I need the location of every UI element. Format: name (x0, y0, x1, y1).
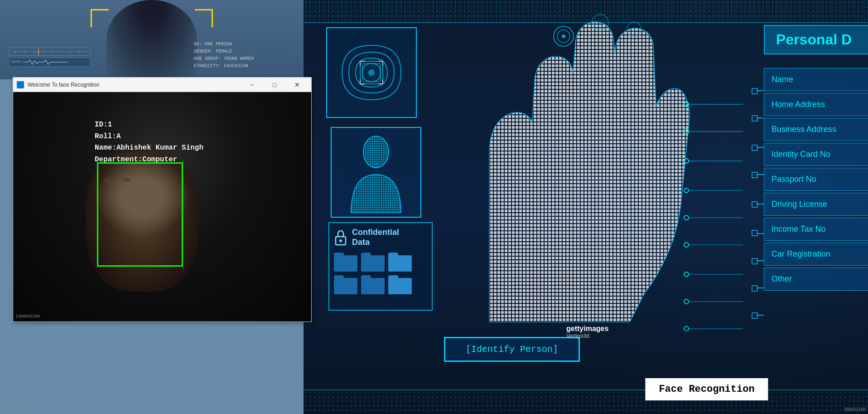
data-label: DATA (9, 58, 91, 67)
window-controls: − □ ✕ (241, 81, 308, 88)
person-silhouette-icon (340, 132, 412, 213)
getty-watermark: gettyimages Vertigo3d (566, 325, 608, 339)
left-panel: NO: ONE PERSON GENDER: FEMALE AGE GROUP:… (0, 0, 304, 414)
scan-age: AGE GROUP: YOUNG WOMEN (194, 55, 254, 63)
scan-corner-tl (91, 9, 109, 27)
bottom-image-number: 1139859279 (2, 407, 27, 412)
folder-icon-6 (388, 275, 412, 294)
field-car-registration[interactable]: Car Registration (764, 243, 868, 266)
data-tag: DATA (11, 60, 21, 64)
field-name[interactable]: Name (764, 68, 868, 91)
waveform-overlay: DATA (9, 48, 91, 75)
svg-point-73 (339, 239, 342, 242)
maximize-button[interactable]: □ (264, 78, 285, 91)
svg-point-61 (684, 188, 689, 193)
field-other[interactable]: Other (764, 268, 868, 291)
scan-info: NO: ONE PERSON GENDER: FEMALE AGE GROUP:… (194, 41, 254, 70)
svg-rect-35 (360, 61, 383, 84)
svg-point-63 (684, 243, 689, 247)
recog-id: ID:1 (95, 119, 203, 131)
fingerprint-icon (335, 36, 408, 109)
camera-view: ID:1 Roll:A Name:Abhishek Kumar Singh De… (13, 92, 311, 321)
window-title: Welcome To face Recognition (28, 82, 238, 88)
confidential-line1: Confidential (352, 228, 399, 238)
scan-gender: GENDER: FEMALE (194, 48, 254, 55)
svg-point-69 (562, 34, 565, 38)
svg-point-62 (684, 215, 689, 220)
identify-person-button[interactable]: [Identify Person] (444, 337, 580, 362)
field-passport[interactable]: Passport No (764, 168, 868, 191)
folder-icon-1 (334, 253, 357, 272)
face-bounding-box (97, 162, 183, 267)
field-business-address[interactable]: Business Address (764, 118, 868, 141)
lock-icon (334, 229, 347, 246)
scan-corner-tr (195, 9, 213, 27)
image-number-left: 1180552160 (15, 314, 40, 319)
bottom-image-number-right: 188652160 (844, 407, 866, 412)
confidential-header: Confidential Data (334, 228, 427, 247)
folder-icon-2 (361, 253, 385, 272)
recognition-overlay: ID:1 Roll:A Name:Abhishek Kumar Singh De… (95, 119, 203, 166)
getty-sub: Vertigo3d (566, 333, 608, 339)
field-identity-card[interactable]: Identity Card No (764, 143, 868, 166)
svg-point-65 (684, 299, 689, 304)
svg-point-64 (684, 272, 689, 277)
folder-icon-4 (334, 275, 357, 294)
right-panel: Confidential Data [Identify Person] gett… (304, 0, 868, 414)
scan-no: NO: ONE PERSON (194, 41, 254, 48)
folder-row-2 (334, 275, 427, 294)
recog-roll: Roll:A (95, 131, 203, 143)
app-icon (17, 81, 24, 88)
svg-point-66 (684, 326, 689, 331)
getty-brand: gettyimages (566, 325, 608, 332)
face-recognition-window: Welcome To face Recognition − □ ✕ (13, 77, 312, 322)
folder-icon-3 (388, 253, 412, 272)
folder-icon-5 (361, 275, 385, 294)
hand-digital-graphic (403, 14, 743, 331)
field-home-address[interactable]: Home Address (764, 93, 868, 116)
confidential-data-box: Confidential Data (328, 222, 433, 311)
close-button[interactable]: ✕ (287, 78, 308, 91)
data-fields-list: Name Home Address Business Address Ident… (764, 68, 868, 291)
confidential-line2: Data (352, 238, 399, 248)
field-income-tax[interactable]: Income Tax No (764, 218, 868, 241)
face-recognition-label: Face Recognition (645, 378, 768, 400)
scan-ethnicity: ETHNICITY: CAUCASIAN (194, 63, 254, 70)
minimize-button[interactable]: − (241, 78, 262, 91)
personal-data-title: Personal D (764, 25, 868, 54)
ruler-bar (9, 48, 91, 56)
recog-name: Name:Abhishek Kumar Singh (95, 142, 203, 154)
confidential-title: Confidential Data (352, 228, 399, 247)
folder-row-1 (334, 253, 427, 272)
window-titlebar: Welcome To face Recognition − □ ✕ (13, 78, 311, 92)
field-driving-license[interactable]: Driving License (764, 193, 868, 216)
